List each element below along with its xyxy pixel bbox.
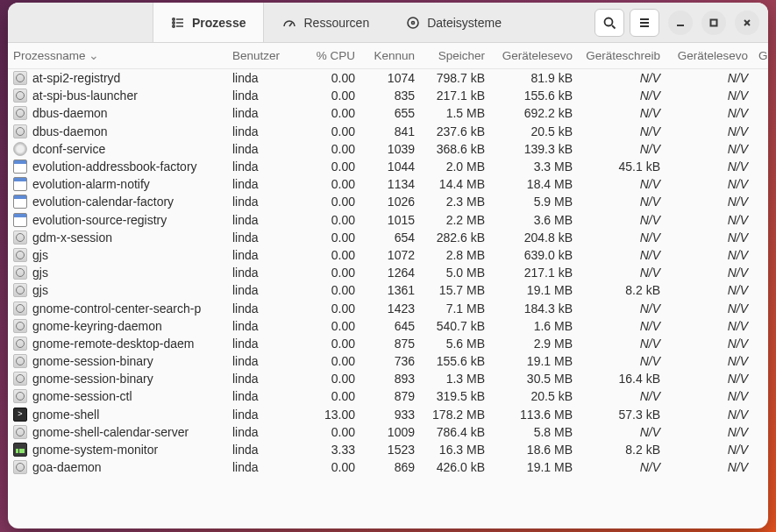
cell-write-rate xyxy=(753,264,768,281)
search-button[interactable] xyxy=(594,9,624,37)
col-write-total[interactable]: Geräteschreib xyxy=(578,43,666,69)
sort-indicator-icon: ⌄ xyxy=(89,49,99,62)
tab-resources[interactable]: Ressourcen xyxy=(264,3,388,42)
table-row[interactable]: at-spi2-registrydlinda0.001074798.7 kB81… xyxy=(8,69,768,88)
minimize-button[interactable] xyxy=(668,11,693,35)
cell-write-total: 16.4 kB xyxy=(578,370,666,387)
cell-pid: 1015 xyxy=(360,211,420,229)
cell-read-total: 2.9 MB xyxy=(490,335,578,352)
table-row[interactable]: gnome-keyring-daemonlinda0.00645540.7 kB… xyxy=(8,317,768,335)
process-icon xyxy=(13,248,27,262)
cell-mem: 5.0 MB xyxy=(420,264,490,281)
cell-write-total: N/V xyxy=(578,123,666,140)
table-row[interactable]: gnome-session-ctllinda0.00879319.5 kB20.… xyxy=(8,387,768,405)
maximize-button[interactable] xyxy=(701,11,726,35)
cell-user: linda xyxy=(227,69,297,88)
cell-name: dbus-daemon xyxy=(8,123,227,140)
cell-mem: 178.2 MB xyxy=(420,406,490,423)
cell-read-total: 639.0 kB xyxy=(490,246,578,264)
cell-mem: 786.4 kB xyxy=(420,423,490,441)
col-cpu[interactable]: % CPU xyxy=(297,43,360,69)
col-pid[interactable]: Kennun xyxy=(360,43,420,69)
tab-processes[interactable]: Prozesse xyxy=(153,3,264,42)
table-row[interactable]: evolution-source-registrylinda0.0010152.… xyxy=(8,211,768,229)
cell-mem: 319.5 kB xyxy=(420,387,490,405)
table-row[interactable]: gnome-control-center-search-plinda0.0014… xyxy=(8,299,768,316)
process-name: at-spi-bus-launcher xyxy=(32,89,138,103)
table-row[interactable]: gnome-session-binarylinda0.00736155.6 kB… xyxy=(8,352,768,370)
cell-pid: 736 xyxy=(360,352,420,370)
cell-read-total: 204.8 kB xyxy=(490,229,578,246)
cell-pid: 841 xyxy=(360,123,420,140)
table-row[interactable]: gnome-session-binarylinda0.008931.3 MB30… xyxy=(8,370,768,387)
cell-mem: 798.7 kB xyxy=(420,69,490,88)
col-mem[interactable]: Speicher xyxy=(420,43,490,69)
cell-read-rate: N/V xyxy=(666,458,753,476)
cell-write-rate xyxy=(753,69,768,88)
table-row[interactable]: dbus-daemonlinda0.00841237.6 kB20.5 kBN/… xyxy=(8,123,768,140)
cell-read-rate: N/V xyxy=(666,211,753,229)
cell-mem: 15.7 MB xyxy=(420,281,490,299)
cell-cpu: 0.00 xyxy=(297,387,360,405)
cell-mem: 2.0 MB xyxy=(420,158,490,175)
cell-write-total: N/V xyxy=(578,387,666,405)
maximize-icon xyxy=(708,18,719,28)
table-row[interactable]: gnome-shelllinda13.00933178.2 MB113.6 MB… xyxy=(8,406,768,423)
hamburger-icon xyxy=(637,16,651,30)
table-row[interactable]: goa-daemonlinda0.00869426.0 kB19.1 MBN/V… xyxy=(8,458,768,476)
process-icon xyxy=(13,89,27,103)
cell-read-total: 19.1 MB xyxy=(490,281,578,299)
cell-write-total: N/V xyxy=(578,352,666,370)
cell-mem: 540.7 kB xyxy=(420,317,490,335)
col-read-total[interactable]: Gerätelesevo xyxy=(490,43,578,69)
process-name: dbus-daemon xyxy=(32,106,108,120)
close-button[interactable] xyxy=(735,11,759,35)
titlebar-spacer xyxy=(8,3,153,42)
table-row[interactable]: gnome-remote-desktop-daemlinda0.008755.6… xyxy=(8,335,768,352)
table-row[interactable]: gjslinda0.0010722.8 MB639.0 kBN/VN/V xyxy=(8,246,768,264)
table-row[interactable]: gjslinda0.0012645.0 MB217.1 kBN/VN/V xyxy=(8,264,768,281)
cell-read-rate: N/V xyxy=(666,104,753,122)
process-name: gjs xyxy=(32,283,48,297)
process-name: at-spi2-registryd xyxy=(32,71,120,85)
table-row[interactable]: dbus-daemonlinda0.006551.5 MB692.2 kBN/V… xyxy=(8,104,768,122)
table-row[interactable]: gjslinda0.00136115.7 MB19.1 MB8.2 kBN/V xyxy=(8,281,768,299)
process-icon xyxy=(13,425,27,439)
table-row[interactable]: gdm-x-sessionlinda0.00654282.6 kB204.8 k… xyxy=(8,229,768,246)
cell-read-rate: N/V xyxy=(666,423,753,441)
cell-name: at-spi-bus-launcher xyxy=(8,87,227,104)
menu-button[interactable] xyxy=(630,9,659,37)
table-row[interactable]: evolution-calendar-factorylinda0.0010262… xyxy=(8,193,768,210)
cell-cpu: 0.00 xyxy=(297,140,360,158)
tab-filesystems[interactable]: Dateisysteme xyxy=(388,3,520,42)
table-row[interactable]: at-spi-bus-launcherlinda0.00835217.1 kB1… xyxy=(8,87,768,104)
cell-write-rate xyxy=(753,441,768,458)
cell-write-rate xyxy=(753,387,768,405)
process-icon xyxy=(13,124,27,138)
cell-read-total: 184.3 kB xyxy=(490,299,578,316)
cell-user: linda xyxy=(227,423,297,441)
cell-name: gdm-x-session xyxy=(8,229,227,246)
table-row[interactable]: gnome-system-monitorlinda3.33152316.3 MB… xyxy=(8,441,768,458)
table-row[interactable]: gnome-shell-calendar-serverlinda0.001009… xyxy=(8,423,768,441)
cell-read-total: 20.5 kB xyxy=(490,387,578,405)
cell-mem: 2.3 MB xyxy=(420,193,490,210)
cell-write-rate xyxy=(753,158,768,175)
table-row[interactable]: evolution-addressbook-factorylinda0.0010… xyxy=(8,158,768,175)
process-icon xyxy=(13,195,27,209)
cell-write-total: N/V xyxy=(578,317,666,335)
close-icon xyxy=(742,18,752,28)
process-name: gdm-x-session xyxy=(32,231,112,245)
cell-name: gnome-keyring-daemon xyxy=(8,317,227,335)
table-row[interactable]: dconf-servicelinda0.001039368.6 kB139.3 … xyxy=(8,140,768,158)
cell-read-rate: N/V xyxy=(666,335,753,352)
col-user[interactable]: Benutzer xyxy=(227,43,297,69)
process-icon xyxy=(13,160,27,174)
table-row[interactable]: evolution-alarm-notifylinda0.00113414.4 … xyxy=(8,175,768,193)
col-read-rate[interactable]: Gerätelesevo xyxy=(666,43,753,69)
cell-cpu: 0.00 xyxy=(297,229,360,246)
cell-pid: 875 xyxy=(360,335,420,352)
col-name[interactable]: Prozessname ⌄ xyxy=(8,43,227,69)
cell-pid: 1264 xyxy=(360,264,420,281)
col-write-rate[interactable]: G xyxy=(753,43,768,69)
